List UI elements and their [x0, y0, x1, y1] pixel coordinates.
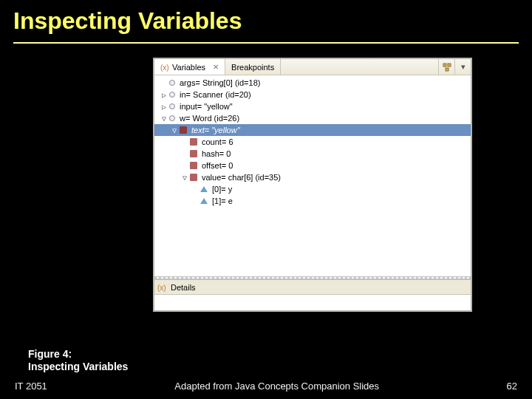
collapse-icon[interactable]: ▽ — [169, 126, 180, 134]
expand-icon[interactable]: ▷ — [159, 91, 169, 99]
tree-label: value= char[6] (id=35) — [202, 173, 281, 182]
primitive-icon — [200, 198, 208, 204]
footer-center: Adapted from Java Concepts Companion Sli… — [174, 381, 379, 392]
toolbar-button-2[interactable]: ▾ — [454, 59, 471, 75]
field-icon — [190, 174, 197, 181]
tree-label: in= Scanner (id=20) — [180, 90, 251, 99]
tree-row[interactable]: count= 6 — [154, 136, 471, 148]
details-pane — [154, 294, 471, 310]
tree-label: text= "yellow" — [191, 126, 240, 134]
variables-icon: (x)= — [160, 63, 169, 72]
field-icon — [169, 80, 175, 86]
svg-text:(x)=: (x)= — [160, 64, 169, 72]
tab-bar: (x)= Variables ✕ Breakpoints ▾ — [154, 59, 471, 75]
svg-text:(x)=: (x)= — [157, 284, 166, 292]
tree-row[interactable]: [0]= y — [154, 183, 471, 195]
slide-title: Inspecting Variables — [13, 7, 519, 44]
tree-label: args= String[0] (id=18) — [180, 78, 260, 87]
primitive-icon — [200, 186, 208, 192]
footer: IT 2051 Adapted from Java Concepts Compa… — [15, 381, 517, 392]
tree-row[interactable]: args= String[0] (id=18) — [154, 77, 471, 89]
footer-right: 62 — [507, 381, 517, 392]
caption-line1: Figure 4: — [28, 348, 128, 361]
expand-icon[interactable]: ▷ — [159, 103, 169, 111]
details-icon: (x)= — [157, 283, 166, 292]
tree-label: offset= 0 — [202, 161, 233, 170]
figure-caption: Figure 4: Inspecting Variables — [28, 348, 128, 373]
tree-row[interactable]: [1]= e — [154, 195, 471, 207]
tree-row-selected[interactable]: ▽ text= "yellow" — [154, 124, 471, 136]
caption-line2: Inspecting Variables — [28, 361, 128, 373]
close-icon[interactable]: ✕ — [213, 63, 219, 71]
collapse-icon[interactable]: ▽ — [159, 115, 169, 123]
menu-down-icon: ▾ — [461, 62, 466, 72]
tree-row[interactable]: ▷ input= "yellow" — [154, 100, 471, 112]
tree-row[interactable]: ▽ value= char[6] (id=35) — [154, 171, 471, 183]
tree-row[interactable]: ▽ w= Word (id=26) — [154, 112, 471, 124]
tree-label: [0]= y — [212, 185, 232, 194]
tree-row[interactable]: hash= 0 — [154, 148, 471, 160]
field-icon — [190, 138, 197, 146]
footer-left: IT 2051 — [15, 381, 47, 392]
tree-icon — [443, 63, 451, 72]
tab-variables-label: Variables — [172, 63, 205, 72]
tree-label: count= 6 — [202, 137, 233, 146]
field-icon — [190, 150, 197, 157]
tab-breakpoints[interactable]: Breakpoints — [225, 59, 281, 75]
details-title: Details — [171, 283, 196, 292]
field-icon — [180, 126, 187, 134]
svg-rect-2 — [448, 64, 451, 66]
collapse-icon[interactable]: ▽ — [180, 174, 190, 182]
tree-row[interactable]: ▷ in= Scanner (id=20) — [154, 89, 471, 100]
field-icon — [169, 115, 175, 121]
toolbar-button-1[interactable] — [438, 59, 454, 75]
details-header: (x)= Details — [154, 279, 471, 294]
tree-label: [1]= e — [212, 197, 233, 205]
field-icon — [169, 92, 175, 98]
field-icon — [190, 162, 197, 169]
variables-panel: (x)= Variables ✕ Breakpoints ▾ args= Str… — [154, 58, 471, 311]
tab-variables[interactable]: (x)= Variables ✕ — [154, 59, 225, 75]
svg-rect-1 — [443, 64, 446, 66]
field-icon — [169, 103, 175, 109]
tree-label: input= "yellow" — [180, 102, 233, 111]
tree-row[interactable]: offset= 0 — [154, 160, 471, 171]
tree-label: w= Word (id=26) — [180, 114, 239, 123]
variables-tree[interactable]: args= String[0] (id=18) ▷ in= Scanner (i… — [154, 75, 471, 276]
svg-rect-3 — [446, 68, 449, 71]
tree-label: hash= 0 — [202, 149, 231, 158]
tab-breakpoints-label: Breakpoints — [231, 63, 274, 72]
